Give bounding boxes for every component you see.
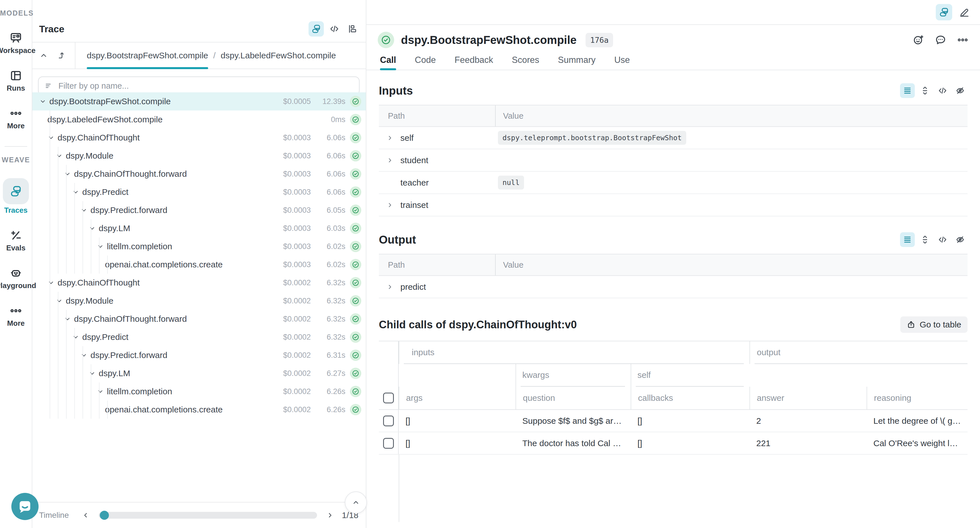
- tab-use[interactable]: Use: [614, 55, 630, 70]
- chev-right-icon[interactable]: [386, 283, 394, 291]
- indent-guide: [58, 346, 59, 364]
- code-json-button[interactable]: [935, 232, 950, 247]
- success-status-icon: [350, 241, 361, 252]
- trace-row[interactable]: dspy.ChainOfThought$0.00036.06s: [32, 128, 366, 147]
- timeline-slider-handle[interactable]: [100, 511, 109, 520]
- collapse-timeline-button[interactable]: [345, 492, 367, 514]
- chev-down-icon: [72, 333, 80, 341]
- hide-empty-button[interactable]: [953, 83, 967, 98]
- indent-guide: [58, 255, 59, 274]
- trace-row-label: dspy.Predict.forward: [91, 205, 275, 215]
- trace-tree: dspy.BootstrapFewShot.compile$0.000512.3…: [32, 92, 366, 419]
- tab-call[interactable]: Call: [380, 55, 396, 70]
- comment-icon[interactable]: [935, 34, 947, 46]
- child-call-row[interactable]: []The doctor has told Cal O'Re…[]221Cal …: [379, 432, 967, 455]
- call-id-badge[interactable]: 176a: [585, 33, 613, 47]
- indent-guide: [83, 255, 83, 274]
- collapse-all-button[interactable]: [36, 48, 52, 63]
- chev-right-icon[interactable]: [386, 201, 394, 209]
- tree-view-button[interactable]: [309, 21, 324, 36]
- column-header-callbacks[interactable]: callbacks: [631, 387, 749, 409]
- trace-row[interactable]: dspy.ChainOfThought.forward$0.00036.06s: [32, 165, 366, 183]
- call-title: dspy.BootstrapFewShot.compile: [401, 34, 576, 46]
- trace-row-label: dspy.Predict: [82, 332, 275, 342]
- column-header-question[interactable]: question: [515, 387, 631, 409]
- trace-row[interactable]: litellm.completion$0.00036.02s: [32, 237, 366, 255]
- trace-row[interactable]: openai.chat.completions.create$0.00026.2…: [32, 401, 366, 419]
- sidebar-item-more[interactable]: More: [0, 107, 32, 130]
- trace-row[interactable]: dspy.ChainOfThought$0.00026.32s: [32, 274, 366, 292]
- trace-row[interactable]: dspy.Predict$0.00036.06s: [32, 183, 366, 201]
- trace-row[interactable]: dspy.LM$0.00026.27s: [32, 364, 366, 382]
- sidebar-item-traces[interactable]: Traces: [0, 178, 32, 215]
- row-checkbox[interactable]: [383, 415, 394, 426]
- edit-button[interactable]: [956, 4, 973, 21]
- op-filter-input[interactable]: [58, 81, 359, 91]
- trace-row[interactable]: dspy.LabeledFewShot.compile0ms: [32, 111, 366, 128]
- kv-row-student: student: [379, 149, 967, 172]
- code-json-button[interactable]: [935, 83, 950, 98]
- add-reaction-icon[interactable]: [913, 34, 924, 46]
- trace-panel: Trace dspy.BootstrapFewShot.compile / ds…: [32, 0, 366, 528]
- column-header-reasoning[interactable]: reasoning: [867, 387, 967, 409]
- indent-guide: [58, 328, 59, 346]
- sidebar-item-more[interactable]: More: [0, 304, 32, 328]
- trace-row[interactable]: dspy.Module$0.00026.32s: [32, 292, 366, 310]
- row-checkbox[interactable]: [383, 438, 394, 449]
- flame-view-button[interactable]: [345, 21, 360, 36]
- column-header-args[interactable]: args: [399, 387, 515, 409]
- go-to-table-button[interactable]: Go to table: [900, 316, 967, 333]
- trace-row[interactable]: openai.chat.completions.create$0.00036.0…: [32, 255, 366, 274]
- trace-row[interactable]: dspy.LM$0.00036.03s: [32, 219, 366, 237]
- trace-row-label: litellm.completion: [107, 242, 275, 251]
- timeline-slider[interactable]: [99, 512, 317, 518]
- trace-row[interactable]: litellm.completion$0.00026.26s: [32, 382, 366, 401]
- breadcrumb-item-1[interactable]: dspy.LabeledFewShot.compile: [221, 43, 336, 68]
- tab-summary[interactable]: Summary: [558, 55, 596, 70]
- breadcrumb-item-0[interactable]: dspy.BootstrapFewShot.compile: [87, 43, 208, 68]
- tab-scores[interactable]: Scores: [512, 55, 539, 70]
- indent-guide: [74, 219, 75, 237]
- trace-mode-button[interactable]: [936, 4, 952, 21]
- trace-row-duration: 6.02s: [315, 260, 345, 269]
- trace-row-cost: $0.0002: [275, 351, 311, 360]
- chev-right-icon[interactable]: [386, 134, 394, 142]
- code-view-button[interactable]: [327, 21, 342, 36]
- sidebar-item-playground[interactable]: Playground: [0, 266, 32, 290]
- output-group-header: output: [749, 341, 967, 364]
- chat-widget-button[interactable]: [11, 493, 38, 520]
- trace-row[interactable]: dspy.Module$0.00036.06s: [32, 147, 366, 165]
- expand-rows-button[interactable]: [918, 83, 932, 98]
- trace-row[interactable]: dspy.Predict.forward$0.00026.31s: [32, 346, 366, 364]
- up-level-button[interactable]: [54, 48, 70, 63]
- overflow-menu-icon[interactable]: [957, 34, 969, 46]
- sidebar-item-runs[interactable]: Runs: [0, 69, 32, 93]
- timeline-next-button[interactable]: [323, 509, 337, 522]
- success-status-icon: [350, 259, 361, 270]
- indent-guide: [74, 401, 75, 419]
- evals-icon: [10, 229, 22, 242]
- call-tabs: CallCodeFeedbackScoresSummaryUse: [366, 55, 980, 70]
- tab-code[interactable]: Code: [415, 55, 436, 70]
- go-to-table-label: Go to table: [920, 320, 961, 330]
- rows-view-button[interactable]: [900, 83, 915, 98]
- chev-right-icon[interactable]: [386, 157, 394, 164]
- hide-empty-button[interactable]: [953, 232, 967, 247]
- sidebar-item-evals[interactable]: Evals: [0, 229, 32, 252]
- subgroup-header-row: kwargs self: [379, 364, 967, 387]
- expand-rows-button[interactable]: [918, 232, 932, 247]
- timeline-label: Timeline: [39, 511, 79, 520]
- sidebar-item-workspace[interactable]: Workspace: [0, 32, 32, 55]
- rows-view-button[interactable]: [900, 232, 915, 247]
- trace-row[interactable]: dspy.ChainOfThought.forward$0.00026.32s: [32, 310, 366, 328]
- select-all-checkbox[interactable]: [383, 393, 394, 403]
- trace-row[interactable]: dspy.Predict.forward$0.00036.05s: [32, 201, 366, 219]
- tab-feedback[interactable]: Feedback: [455, 55, 493, 70]
- indent-guide: [66, 237, 67, 255]
- column-header-answer[interactable]: answer: [749, 387, 867, 409]
- child-call-row[interactable]: []Suppose $f$ and $g$ are pol…[]2Let the…: [379, 410, 967, 432]
- timeline-prev-button[interactable]: [79, 509, 92, 522]
- trace-row[interactable]: dspy.BootstrapFewShot.compile$0.000512.3…: [32, 92, 366, 111]
- indent-guide: [74, 237, 75, 255]
- trace-row[interactable]: dspy.Predict$0.00026.32s: [32, 328, 366, 346]
